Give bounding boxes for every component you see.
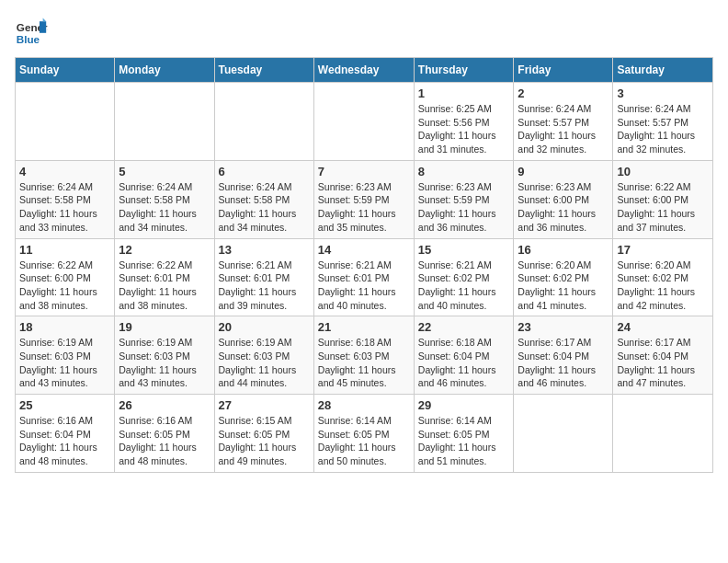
calendar-cell: 12Sunrise: 6:22 AM Sunset: 6:01 PM Dayli…	[115, 238, 214, 316]
day-info: Sunrise: 6:18 AM Sunset: 6:03 PM Dayligh…	[318, 336, 410, 390]
day-number: 16	[518, 243, 609, 257]
calendar-cell: 10Sunrise: 6:22 AM Sunset: 6:00 PM Dayli…	[613, 160, 713, 238]
day-number: 14	[318, 243, 410, 257]
day-number: 2	[518, 86, 609, 100]
calendar-cell	[214, 83, 313, 161]
day-info: Sunrise: 6:19 AM Sunset: 6:03 PM Dayligh…	[19, 336, 110, 390]
calendar-cell: 1Sunrise: 6:25 AM Sunset: 5:56 PM Daylig…	[414, 83, 514, 161]
day-number: 3	[617, 86, 709, 100]
calendar-cell: 25Sunrise: 6:16 AM Sunset: 6:04 PM Dayli…	[16, 395, 115, 473]
day-number: 20	[219, 320, 310, 334]
calendar-cell: 7Sunrise: 6:23 AM Sunset: 5:59 PM Daylig…	[313, 160, 414, 238]
calendar-cell: 14Sunrise: 6:21 AM Sunset: 6:01 PM Dayli…	[313, 238, 414, 316]
day-info: Sunrise: 6:20 AM Sunset: 6:02 PM Dayligh…	[617, 259, 709, 313]
day-info: Sunrise: 6:21 AM Sunset: 6:01 PM Dayligh…	[219, 259, 310, 313]
week-row-0: 1Sunrise: 6:25 AM Sunset: 5:56 PM Daylig…	[16, 83, 713, 161]
day-number: 28	[318, 398, 410, 412]
day-number: 6	[219, 165, 310, 178]
day-info: Sunrise: 6:23 AM Sunset: 6:00 PM Dayligh…	[518, 180, 609, 235]
day-number: 9	[518, 165, 609, 178]
svg-text:Blue: Blue	[17, 33, 40, 45]
calendar-cell	[313, 83, 414, 161]
day-number: 24	[617, 320, 709, 334]
calendar-cell: 24Sunrise: 6:17 AM Sunset: 6:04 PM Dayli…	[613, 316, 713, 395]
day-number: 17	[617, 243, 709, 257]
week-row-1: 4Sunrise: 6:24 AM Sunset: 5:58 PM Daylig…	[16, 160, 713, 238]
day-info: Sunrise: 6:23 AM Sunset: 5:59 PM Dayligh…	[318, 180, 410, 235]
day-number: 11	[19, 243, 110, 257]
day-info: Sunrise: 6:16 AM Sunset: 6:04 PM Dayligh…	[19, 414, 110, 468]
calendar-cell: 27Sunrise: 6:15 AM Sunset: 6:05 PM Dayli…	[214, 395, 313, 473]
day-number: 5	[119, 165, 210, 178]
day-number: 21	[318, 320, 410, 334]
day-info: Sunrise: 6:24 AM Sunset: 5:58 PM Dayligh…	[19, 180, 110, 235]
day-number: 18	[19, 320, 110, 334]
calendar-cell: 18Sunrise: 6:19 AM Sunset: 6:03 PM Dayli…	[16, 316, 115, 395]
logo: General Blue	[15, 15, 51, 48]
day-header-sunday: Sunday	[16, 58, 115, 83]
day-info: Sunrise: 6:24 AM Sunset: 5:58 PM Dayligh…	[119, 180, 210, 235]
day-info: Sunrise: 6:23 AM Sunset: 5:59 PM Dayligh…	[418, 180, 510, 235]
day-number: 23	[518, 320, 609, 334]
day-info: Sunrise: 6:25 AM Sunset: 5:56 PM Dayligh…	[418, 102, 510, 156]
calendar-cell: 13Sunrise: 6:21 AM Sunset: 6:01 PM Dayli…	[214, 238, 313, 316]
day-number: 13	[219, 243, 310, 257]
day-number: 22	[418, 320, 510, 334]
day-number: 8	[418, 165, 510, 178]
day-info: Sunrise: 6:20 AM Sunset: 6:02 PM Dayligh…	[518, 259, 609, 313]
calendar-cell: 9Sunrise: 6:23 AM Sunset: 6:00 PM Daylig…	[514, 160, 613, 238]
day-number: 19	[119, 320, 210, 334]
calendar-table: SundayMondayTuesdayWednesdayThursdayFrid…	[15, 57, 713, 473]
calendar-cell: 15Sunrise: 6:21 AM Sunset: 6:02 PM Dayli…	[414, 238, 514, 316]
day-number: 15	[418, 243, 510, 257]
week-row-2: 11Sunrise: 6:22 AM Sunset: 6:00 PM Dayli…	[16, 238, 713, 316]
calendar-cell: 23Sunrise: 6:17 AM Sunset: 6:04 PM Dayli…	[514, 316, 613, 395]
calendar-cell: 26Sunrise: 6:16 AM Sunset: 6:05 PM Dayli…	[115, 395, 214, 473]
calendar-cell: 4Sunrise: 6:24 AM Sunset: 5:58 PM Daylig…	[16, 160, 115, 238]
day-header-thursday: Thursday	[414, 58, 514, 83]
calendar-cell: 6Sunrise: 6:24 AM Sunset: 5:58 PM Daylig…	[214, 160, 313, 238]
calendar-cell	[613, 395, 713, 473]
day-info: Sunrise: 6:24 AM Sunset: 5:57 PM Dayligh…	[617, 102, 709, 156]
svg-marker-2	[40, 21, 46, 33]
day-info: Sunrise: 6:14 AM Sunset: 6:05 PM Dayligh…	[418, 414, 510, 468]
week-row-4: 25Sunrise: 6:16 AM Sunset: 6:04 PM Dayli…	[16, 395, 713, 473]
calendar-cell: 22Sunrise: 6:18 AM Sunset: 6:04 PM Dayli…	[414, 316, 514, 395]
day-number: 29	[418, 398, 510, 412]
day-info: Sunrise: 6:21 AM Sunset: 6:01 PM Dayligh…	[318, 259, 410, 313]
calendar-cell	[115, 83, 214, 161]
calendar-cell: 21Sunrise: 6:18 AM Sunset: 6:03 PM Dayli…	[313, 316, 414, 395]
calendar-cell: 28Sunrise: 6:14 AM Sunset: 6:05 PM Dayli…	[313, 395, 414, 473]
calendar-cell: 5Sunrise: 6:24 AM Sunset: 5:58 PM Daylig…	[115, 160, 214, 238]
calendar-cell: 2Sunrise: 6:24 AM Sunset: 5:57 PM Daylig…	[514, 83, 613, 161]
day-info: Sunrise: 6:17 AM Sunset: 6:04 PM Dayligh…	[518, 336, 609, 390]
calendar-cell: 19Sunrise: 6:19 AM Sunset: 6:03 PM Dayli…	[115, 316, 214, 395]
day-info: Sunrise: 6:18 AM Sunset: 6:04 PM Dayligh…	[418, 336, 510, 390]
day-header-wednesday: Wednesday	[313, 58, 414, 83]
day-info: Sunrise: 6:22 AM Sunset: 6:00 PM Dayligh…	[617, 180, 709, 235]
calendar-cell: 8Sunrise: 6:23 AM Sunset: 5:59 PM Daylig…	[414, 160, 514, 238]
day-number: 25	[19, 398, 110, 412]
calendar-cell: 16Sunrise: 6:20 AM Sunset: 6:02 PM Dayli…	[514, 238, 613, 316]
day-number: 10	[617, 165, 709, 178]
day-number: 1	[418, 86, 510, 100]
calendar-cell: 17Sunrise: 6:20 AM Sunset: 6:02 PM Dayli…	[613, 238, 713, 316]
calendar-cell: 29Sunrise: 6:14 AM Sunset: 6:05 PM Dayli…	[414, 395, 514, 473]
day-info: Sunrise: 6:14 AM Sunset: 6:05 PM Dayligh…	[318, 414, 410, 468]
header: General Blue	[15, 15, 713, 48]
logo-icon: General Blue	[15, 15, 48, 48]
day-header-monday: Monday	[115, 58, 214, 83]
day-info: Sunrise: 6:24 AM Sunset: 5:57 PM Dayligh…	[518, 102, 609, 156]
week-row-3: 18Sunrise: 6:19 AM Sunset: 6:03 PM Dayli…	[16, 316, 713, 395]
day-number: 12	[119, 243, 210, 257]
day-info: Sunrise: 6:19 AM Sunset: 6:03 PM Dayligh…	[119, 336, 210, 390]
day-info: Sunrise: 6:16 AM Sunset: 6:05 PM Dayligh…	[119, 414, 210, 468]
day-header-saturday: Saturday	[613, 58, 713, 83]
day-info: Sunrise: 6:17 AM Sunset: 6:04 PM Dayligh…	[617, 336, 709, 390]
day-header-tuesday: Tuesday	[214, 58, 313, 83]
calendar-cell: 20Sunrise: 6:19 AM Sunset: 6:03 PM Dayli…	[214, 316, 313, 395]
calendar-cell: 3Sunrise: 6:24 AM Sunset: 5:57 PM Daylig…	[613, 83, 713, 161]
day-info: Sunrise: 6:15 AM Sunset: 6:05 PM Dayligh…	[219, 414, 310, 468]
day-info: Sunrise: 6:22 AM Sunset: 6:00 PM Dayligh…	[19, 259, 110, 313]
calendar-cell: 11Sunrise: 6:22 AM Sunset: 6:00 PM Dayli…	[16, 238, 115, 316]
